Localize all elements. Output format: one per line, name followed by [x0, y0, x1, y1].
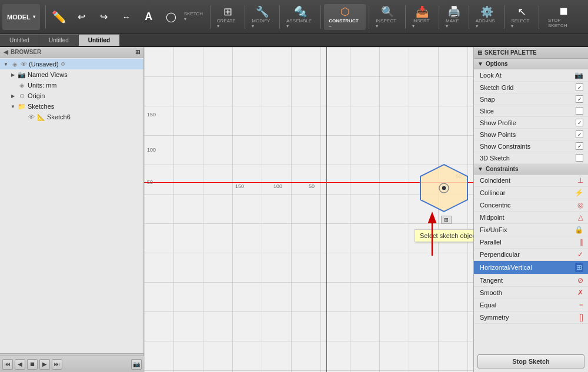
insert-group[interactable]: 📥 INSERT ▾: [409, 4, 436, 30]
show-constraints-checkbox[interactable]: [576, 142, 583, 150]
inspect-group[interactable]: 🔍 INSPECT ▾: [372, 4, 402, 30]
edit-icon: ✏️: [52, 10, 66, 24]
tree-toggle-origin[interactable]: ▶: [9, 92, 16, 99]
option-sketch-grid[interactable]: Sketch Grid: [474, 82, 588, 93]
tree-toggle-sketches[interactable]: ▼: [9, 103, 16, 110]
create-group[interactable]: ⊞ CREATE ▾: [213, 4, 242, 30]
tab-2[interactable]: Untitled: [39, 34, 79, 46]
assemble-group[interactable]: 🔩 ASSEMBLE ▾: [283, 4, 318, 30]
tree-label-named-views: Named Views: [28, 71, 68, 78]
tab-3-label: Untitled: [88, 37, 110, 43]
tree-item-unsaved[interactable]: ▼ ◈ 👁 (Unsaved) ⚙: [0, 59, 143, 69]
option-3d-sketch[interactable]: 3D Sketch: [474, 152, 588, 164]
undo-btn[interactable]: ↩: [71, 4, 92, 30]
options-arrow: ▼: [477, 61, 483, 67]
dimension-btn[interactable]: ↔: [116, 4, 137, 30]
tree-item-units[interactable]: ▶ ◈ Units: mm: [0, 80, 143, 91]
constraint-equal[interactable]: Equal =: [474, 299, 588, 311]
circle-btn[interactable]: ◯: [161, 4, 182, 30]
tree-label-unsaved: (Unsaved): [29, 61, 59, 68]
fix-unfix-label: Fix/UnFix: [480, 226, 507, 233]
play-last-btn[interactable]: ⏭: [52, 359, 62, 370]
constraint-smooth[interactable]: Smooth ✗: [474, 287, 588, 299]
coincident-icon: ⊥: [577, 176, 583, 185]
constraints-section-header[interactable]: ▼ Constraints: [474, 164, 588, 175]
sketch-grid-checkbox[interactable]: [576, 83, 583, 91]
stop-sketch-btn[interactable]: Stop Sketch: [477, 354, 584, 368]
symmetry-label: Symmetry: [480, 314, 509, 321]
show-profile-checkbox[interactable]: [576, 119, 583, 126]
midpoint-icon: △: [578, 213, 583, 222]
tree-item-origin[interactable]: ▶ ⊙ Origin: [0, 91, 143, 101]
modify-icon: 🔧: [256, 5, 269, 18]
constraint-midpoint[interactable]: Midpoint △: [474, 212, 588, 224]
play-prev-btn[interactable]: ◀: [15, 359, 25, 370]
model-button[interactable]: MODEL ▾: [2, 4, 40, 30]
constraint-perpendicular[interactable]: Perpendicular ✓: [474, 249, 588, 261]
option-snap[interactable]: Snap: [474, 93, 588, 105]
3d-sketch-checkbox[interactable]: [576, 154, 583, 162]
construct-group[interactable]: ⬡ CONSTRUCT ~: [324, 4, 366, 30]
canvas[interactable]: 50 150 100 50 150 100 50 ⊞ Select sketch…: [144, 47, 473, 372]
tooltip-text: Select sketch objects to constrain: [420, 232, 473, 239]
sep8: [439, 5, 439, 29]
constraint-concentric[interactable]: Concentric ◎: [474, 199, 588, 212]
constraint-collinear[interactable]: Collinear ⚡: [474, 187, 588, 199]
sep9: [469, 5, 469, 29]
browser-nav: ◀ BROWSER: [4, 49, 41, 55]
addins-group[interactable]: ⚙️ ADD-INS ▾: [472, 4, 502, 30]
constraint-horizontal-vertical[interactable]: Horizontal/Vertical ⊞: [474, 261, 588, 274]
sketch-edit-btn[interactable]: ✏️: [49, 4, 70, 30]
show-points-checkbox[interactable]: [576, 130, 583, 138]
option-show-constraints[interactable]: Show Constraints: [474, 140, 588, 152]
constraint-parallel[interactable]: Parallel ∥: [474, 236, 588, 249]
browser-header: ◀ BROWSER ⊞: [0, 47, 143, 58]
constraints-arrow: ▼: [477, 166, 483, 172]
browser-expand-icon[interactable]: ⊞: [135, 49, 140, 55]
option-show-points[interactable]: Show Points: [474, 129, 588, 140]
axis-label-100: 100: [147, 147, 156, 153]
tree-label-sketch6: Sketch6: [47, 113, 71, 120]
constraint-coincident[interactable]: Coincident ⊥: [474, 175, 588, 187]
constraint-fix-unfix[interactable]: Fix/UnFix 🔒: [474, 224, 588, 236]
option-show-profile[interactable]: Show Profile: [474, 117, 588, 129]
constraints-label: Constraints: [486, 166, 519, 172]
tree-toggle-named-views[interactable]: ▶: [9, 71, 16, 78]
select-group[interactable]: ↖ SELECT ▾: [507, 4, 536, 30]
palette-header: ⊞ SKETCH PALETTE: [474, 47, 588, 59]
look-at-label: Look At: [480, 72, 502, 79]
tree-item-named-views[interactable]: ▶ 📷 Named Views: [0, 69, 143, 80]
option-look-at[interactable]: Look At 📷: [474, 69, 588, 82]
snap-checkbox[interactable]: [576, 95, 583, 103]
redo-btn[interactable]: ↪: [93, 4, 115, 30]
tree-label-sketches: Sketches: [28, 103, 54, 110]
look-at-icon: 📷: [574, 71, 583, 79]
hexagon-shape[interactable]: [415, 162, 473, 215]
camera-settings-btn[interactable]: 📷: [131, 359, 142, 370]
sep4: [279, 5, 280, 29]
axis-label-150: 150: [147, 112, 156, 118]
constraint-tangent[interactable]: Tangent ⊘: [474, 274, 588, 287]
play-first-btn[interactable]: ⏮: [2, 359, 13, 370]
sep10: [504, 5, 505, 29]
make-group[interactable]: 🖨️ MAKE ▾: [442, 4, 466, 30]
browser-back-arrow[interactable]: ◀: [4, 49, 8, 55]
parallel-icon: ∥: [580, 238, 583, 246]
play-next-btn[interactable]: ▶: [39, 359, 50, 370]
slice-checkbox[interactable]: [576, 107, 583, 115]
tree-item-sketch6[interactable]: ▶ 👁 📐 Sketch6: [0, 112, 143, 122]
constraint-symmetry[interactable]: Symmetry []: [474, 311, 588, 324]
options-section-header[interactable]: ▼ Options: [474, 59, 588, 69]
visibility-icon-unsaved[interactable]: 👁: [21, 61, 27, 68]
modify-group[interactable]: 🔧 MODIFY ▾: [248, 4, 276, 30]
tree-toggle-unsaved[interactable]: ▼: [2, 61, 9, 68]
option-slice[interactable]: Slice: [474, 105, 588, 117]
text-btn[interactable]: A: [138, 4, 159, 30]
stop-sketch-toolbar-btn[interactable]: ⏹ STOP SKETCH: [542, 4, 586, 30]
tab-3[interactable]: Untitled: [79, 34, 120, 46]
stop-sketch-btn-label: Stop Sketch: [512, 358, 550, 365]
tree-item-sketches[interactable]: ▼ 📁 Sketches: [0, 101, 143, 112]
play-stop-btn[interactable]: ⏹: [27, 359, 38, 370]
tab-1[interactable]: Untitled: [0, 34, 39, 46]
tree-icon-origin: ⊙: [18, 92, 26, 100]
